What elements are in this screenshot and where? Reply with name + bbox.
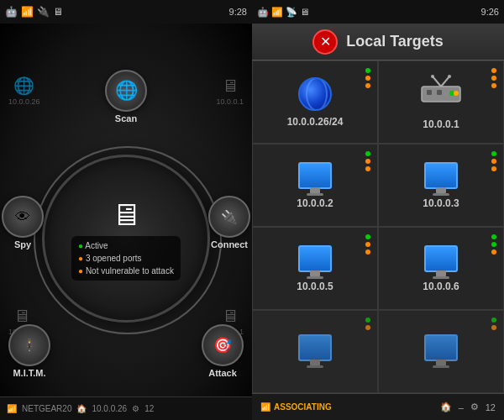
targets-grid: 10.0.0.26/24 — [252, 60, 504, 393]
screen-icon: 🖥 — [53, 6, 63, 18]
target-cell-5[interactable]: 10.0.0.5 — [252, 227, 378, 310]
right-panel: 🤖 📶 📡 🖥 9:26 ✕ Local Targets 10.0.0.26/2… — [252, 0, 504, 420]
target-cell-7[interactable] — [252, 310, 378, 393]
target-3-dots — [365, 151, 370, 171]
scan-label: Scan — [115, 113, 137, 123]
spy-label: Spy — [14, 239, 31, 249]
dot-green — [491, 234, 496, 239]
target-4-dots — [491, 151, 496, 171]
target-cell-3[interactable]: 10.0.0.2 — [252, 144, 378, 227]
settings-icon-right: ⚙ — [470, 402, 479, 412]
dot-green — [491, 151, 496, 156]
monitor-icon-6 — [424, 245, 458, 272]
target-3-ip: 10.0.0.2 — [297, 197, 333, 209]
robot-icon: 🤖 — [5, 6, 18, 18]
dot-orange — [491, 68, 496, 73]
right-time: 9:26 — [481, 7, 499, 17]
left-time: 9:28 — [229, 7, 247, 17]
monitor-icon-3 — [298, 162, 332, 189]
target-cell-4[interactable]: 10.0.0.3 — [378, 144, 504, 227]
status-vuln: ● Not vulnerable to attack — [78, 265, 174, 277]
svg-point-8 — [454, 91, 459, 96]
dot-orange-2 — [365, 166, 370, 171]
svg-line-3 — [433, 76, 441, 87]
dot-orange-2 — [491, 166, 496, 171]
r-robot-icon: 🤖 — [257, 7, 269, 17]
target-5-ip: 10.0.0.5 — [297, 281, 333, 292]
bg-node-2: 🖥 10.0.0.1 — [216, 74, 244, 106]
dot-green — [491, 318, 496, 323]
dot-green — [365, 68, 370, 73]
left-background: 🌐 10.0.0.26 🖥 10.0.0.1 🖥 10.0.0.2 🖥 10.0… — [0, 24, 252, 420]
right-status-bar: 🤖 📶 📡 🖥 9:26 — [252, 0, 504, 24]
right-device-count: 12 — [486, 402, 496, 412]
dot-orange — [365, 76, 370, 81]
dot-orange-2 — [491, 76, 496, 81]
status-ports: ● 3 opened ports — [78, 252, 174, 265]
network-name: NETGEAR20 — [22, 404, 71, 413]
target-2-ip: 10.0.0.1 — [423, 118, 459, 130]
dot-orange — [365, 325, 370, 330]
connect-button[interactable]: 🔌 Connect — [208, 196, 250, 249]
mitm-icon: 🕴 — [8, 324, 50, 366]
right-status-icons: 🤖 📶 📡 🖥 — [257, 7, 309, 18]
divider: – — [459, 402, 464, 412]
target-1-ip: 10.0.0.26/24 — [287, 116, 344, 128]
target-7-dots — [365, 318, 370, 330]
target-cell-6[interactable]: 10.0.0.6 — [378, 227, 504, 310]
target-8-dots — [491, 318, 496, 330]
monitor-icon-7 — [298, 334, 332, 361]
target-4-ip: 10.0.0.3 — [423, 197, 459, 209]
home-icon-right: 🏠 — [440, 402, 452, 412]
dot-orange — [491, 159, 496, 164]
mitm-label: M.I.T.M. — [13, 368, 45, 378]
status-active: ● Active — [78, 239, 174, 252]
svg-point-5 — [431, 75, 434, 78]
scan-button[interactable]: 🌐 Scan — [105, 70, 147, 123]
dot-orange-2 — [365, 249, 370, 255]
connect-label: Connect — [211, 239, 248, 249]
attack-label: Attack — [208, 368, 237, 378]
mitm-button[interactable]: 🕴 M.I.T.M. — [8, 324, 50, 378]
dot-green — [365, 318, 370, 323]
target-6-ip: 10.0.0.6 — [423, 281, 459, 292]
left-status-icons: 🤖 📶 🔌 🖥 — [5, 6, 63, 18]
svg-line-4 — [441, 76, 449, 87]
bg-node-1-icon: 🌐 — [11, 74, 38, 97]
device-count: 12 — [144, 404, 154, 413]
attack-icon: 🎯 — [202, 324, 244, 366]
dot-green — [365, 151, 370, 156]
monitor-icon-4 — [424, 162, 458, 189]
wifi-icon: 📶 — [21, 6, 34, 18]
target-1-dots — [365, 68, 370, 88]
connect-icon: 🔌 — [208, 196, 250, 238]
wifi-assoc-icon: 📶 — [260, 402, 270, 412]
dot-orange-2 — [365, 83, 370, 88]
dot-green — [365, 234, 370, 239]
bottom-ip: 10.0.0.26 — [92, 404, 127, 413]
dot-orange — [491, 325, 496, 330]
target-cell-2[interactable]: 10.0.0.1 — [378, 60, 504, 144]
spy-icon: 👁 — [2, 196, 44, 238]
svg-rect-1 — [427, 90, 432, 95]
left-status-bar: 🤖 📶 🔌 🖥 9:28 — [0, 0, 252, 24]
center-info: ● Active ● 3 opened ports ● Not vulnerab… — [71, 236, 181, 281]
target-cell-8[interactable] — [378, 310, 504, 393]
dot-green-2 — [491, 242, 496, 247]
associating-badge: 📶 ASSOCIATING — [260, 402, 332, 412]
home-icon: 🏠 — [76, 404, 87, 413]
dot-orange — [365, 242, 370, 247]
router-icon — [420, 75, 462, 110]
target-6-dots — [491, 234, 496, 255]
bg-node-2-icon: 🖥 — [217, 74, 244, 97]
spy-button[interactable]: 👁 Spy — [2, 196, 44, 249]
bg-node-1: 🌐 10.0.0.26 — [8, 74, 40, 106]
header-title: Local Targets — [346, 33, 444, 50]
router-svg — [420, 75, 462, 107]
attack-button[interactable]: 🎯 Attack — [202, 324, 244, 378]
dot-orange — [365, 159, 370, 164]
target-cell-1[interactable]: 10.0.0.26/24 — [252, 60, 378, 144]
r-screen-icon: 🖥 — [300, 7, 309, 17]
svg-point-6 — [448, 75, 451, 78]
dot-orange — [491, 249, 496, 255]
